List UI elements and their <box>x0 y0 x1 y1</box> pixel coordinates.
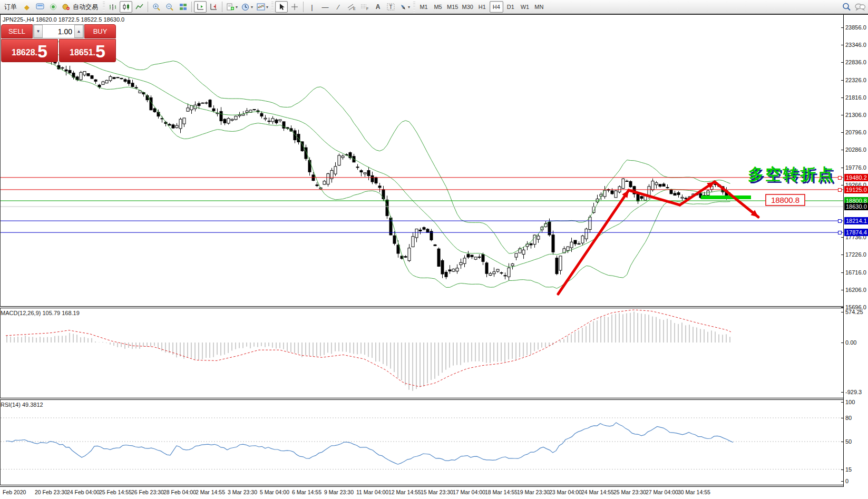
time-axis-label: 30 Mar 14:55 <box>678 489 710 495</box>
axis-tick-mark <box>841 150 844 150</box>
time-axis-label: 5 Mar 04:00 <box>260 489 289 495</box>
arrows-dropdown-arrow[interactable]: ▾ <box>408 5 410 9</box>
buy-quote[interactable]: 18651.5 <box>59 39 116 62</box>
timeframe-h1[interactable]: H1 <box>475 1 489 13</box>
svg-text:T: T <box>389 4 393 10</box>
axis-tick-mark <box>841 442 844 442</box>
volume-input[interactable] <box>43 27 74 36</box>
axis-tick-mark <box>841 402 844 403</box>
chart-shift-icon[interactable] <box>207 1 220 13</box>
price-tick-label: 21306.0 <box>845 111 866 119</box>
time-axis-label: 23 Mar 04:00 <box>549 489 582 495</box>
zoom-in-icon[interactable] <box>150 1 163 13</box>
time-axis[interactable]: Feb 202020 Feb 23:3024 Feb 04:0025 Feb 1… <box>0 487 868 499</box>
toolbar-grip[interactable] <box>413 2 415 12</box>
vertical-line-tool-icon[interactable]: | <box>306 1 318 13</box>
axis-tick-mark <box>841 185 844 185</box>
new-order-button[interactable]: 订单 <box>1 1 20 13</box>
price-tick-label: 17226.0 <box>845 251 866 258</box>
volume-decrease-button[interactable]: ▼ <box>34 25 43 38</box>
trendline-tool-icon[interactable]: ∕ <box>332 1 345 13</box>
sell-price-main: 18628 <box>12 45 35 61</box>
crosshair-tool-icon[interactable] <box>288 1 301 13</box>
signal-icon[interactable] <box>47 1 60 13</box>
sell-price-frac: 5 <box>37 42 47 61</box>
time-axis-label: 6 Mar 14:55 <box>292 489 321 495</box>
time-axis-label: 25 Feb 14:55 <box>99 489 132 495</box>
periods-icon[interactable]: ▾ <box>240 1 255 13</box>
axis-tick-mark <box>841 272 844 273</box>
auto-scroll-icon[interactable] <box>194 1 207 13</box>
rsi-axis-label: 100 <box>845 398 855 406</box>
text-label-tool-icon[interactable]: T <box>385 1 397 13</box>
level-anchor-square[interactable] <box>838 176 842 180</box>
timeframe-m30[interactable]: M30 <box>460 1 474 13</box>
time-axis-label: 9 Mar 23:30 <box>324 489 354 495</box>
tile-windows-icon[interactable] <box>177 1 189 13</box>
timeframe-h4[interactable]: H4 <box>490 1 503 13</box>
market-watch-icon[interactable]: ◆ <box>21 1 33 13</box>
timeframe-d1[interactable]: D1 <box>504 1 518 13</box>
indicators-dropdown-arrow[interactable]: ▾ <box>266 5 268 9</box>
price-tick-label: 20796.0 <box>845 129 866 136</box>
line-chart-icon[interactable] <box>133 1 145 13</box>
macd-pane-surface[interactable] <box>0 308 843 398</box>
sell-quote[interactable]: 18628.5 <box>1 39 58 62</box>
timeframe-m5[interactable]: M5 <box>431 1 445 13</box>
macd-label: MACD(12,26,9) 105.79 168.19 <box>0 310 80 316</box>
indicators-icon[interactable]: ▾ <box>255 1 270 13</box>
time-axis-label: Feb 2020 <box>3 489 26 495</box>
sell-button[interactable]: SELL <box>1 24 33 38</box>
time-axis-label: 15 Mar 23:30 <box>421 489 453 495</box>
rsi-axis-label: 0 <box>845 477 849 485</box>
timeframe-w1[interactable]: W1 <box>518 1 532 13</box>
level-anchor-square[interactable] <box>838 231 842 234</box>
data-window-icon[interactable] <box>34 1 46 13</box>
time-axis-label: 24 Mar 14:55 <box>581 489 614 495</box>
rsi-axis-label: 50 <box>845 438 852 445</box>
price-level-label: 17874.4 <box>844 229 868 236</box>
rsi-pane-surface[interactable] <box>0 400 843 485</box>
buy-price-frac: 5 <box>95 42 105 61</box>
fibonacci-tool-icon[interactable]: F <box>358 1 371 13</box>
search-icon[interactable] <box>840 1 853 13</box>
timeframe-mn[interactable]: MN <box>532 1 546 13</box>
axis-tick-mark <box>841 481 844 482</box>
equidistant-channel-tool-icon[interactable]: E <box>345 1 358 13</box>
axis-tick-mark <box>841 97 844 98</box>
price-tick-label: 20286.0 <box>845 146 866 153</box>
time-axis-label: 11 Mar 04:00 <box>356 489 388 495</box>
price-level-label: 19125.0 <box>844 186 868 193</box>
buy-button[interactable]: BUY <box>84 24 116 38</box>
timeframe-m15[interactable]: M15 <box>445 1 460 13</box>
arrows-tool-icon[interactable]: ▾ <box>398 1 412 13</box>
main-chart-surface[interactable]: 多空转折点多空转折点18800.8 <box>0 15 843 306</box>
templates-icon[interactable]: ▾ <box>225 1 239 13</box>
time-axis-label: 25 Mar 23:30 <box>613 489 646 495</box>
cursor-tool-icon[interactable] <box>275 1 288 13</box>
time-axis-label: 27 Mar 04:00 <box>646 489 678 495</box>
price-tick-label: 23856.0 <box>845 24 866 31</box>
text-tool-icon[interactable]: A <box>372 1 384 13</box>
autotrading-button[interactable]: 自动交易 <box>60 1 101 13</box>
horizontal-line-tool-icon[interactable]: — <box>319 1 331 13</box>
templates-dropdown-arrow[interactable]: ▾ <box>236 5 238 9</box>
candlestick-chart-icon[interactable] <box>120 1 132 13</box>
chat-icon[interactable] <box>853 1 867 13</box>
bar-chart-icon[interactable] <box>106 1 119 13</box>
svg-text:多空转折点: 多空转折点 <box>748 165 835 183</box>
time-axis-label: 19 Mar 23:30 <box>517 489 550 495</box>
time-axis-label: 3 Mar 23:30 <box>228 489 257 495</box>
toolbar-grip[interactable] <box>271 2 274 12</box>
periods-dropdown-arrow[interactable]: ▾ <box>251 5 253 9</box>
axis-tick-mark <box>841 62 844 63</box>
zoom-out-icon[interactable] <box>163 1 176 13</box>
new-order-label: 订单 <box>3 3 18 12</box>
axis-tick-mark <box>841 80 844 81</box>
axis-tick-mark <box>841 307 844 308</box>
level-anchor-square[interactable] <box>838 188 842 192</box>
toolbar-grip[interactable] <box>103 2 105 12</box>
level-anchor-square[interactable] <box>838 219 842 223</box>
volume-increase-button[interactable]: ▲ <box>74 25 83 38</box>
timeframe-m1[interactable]: M1 <box>417 1 431 13</box>
